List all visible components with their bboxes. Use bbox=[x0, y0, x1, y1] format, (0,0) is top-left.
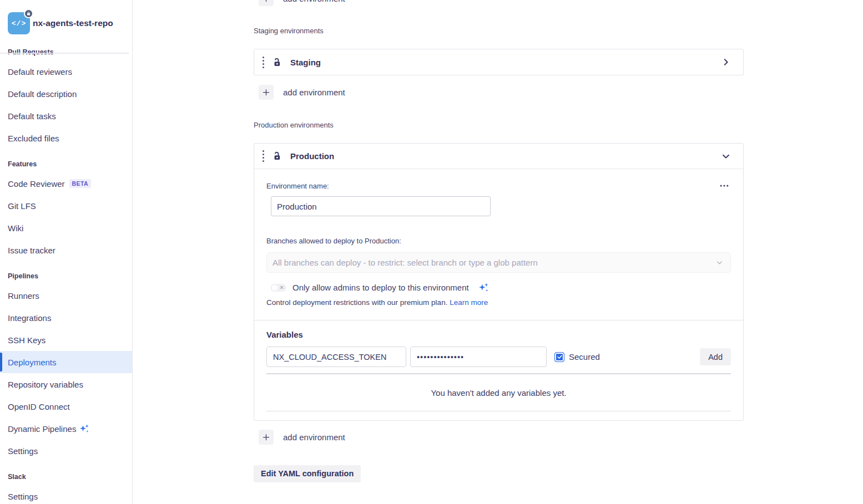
add-environment-button-top[interactable]: add environment bbox=[254, 0, 345, 7]
staging-card-title: Staging bbox=[290, 58, 321, 67]
add-environment-button-production[interactable]: add environment bbox=[254, 429, 345, 446]
variables-empty-text: You haven't added any variables yet. bbox=[266, 388, 731, 398]
sidebar-item-wiki[interactable]: Wiki bbox=[0, 217, 132, 239]
sidebar-section-features: Features bbox=[8, 159, 128, 170]
sidebar-item-openid-connect[interactable]: OpenID Connect bbox=[0, 395, 132, 418]
sidebar-header-divider bbox=[0, 53, 129, 54]
plus-icon bbox=[259, 430, 274, 445]
sidebar-item-excluded-files[interactable]: Excluded files bbox=[0, 127, 132, 149]
admins-only-label: Only allow admins to deploy to this envi… bbox=[292, 283, 469, 292]
branches-allowed-label: Branches allowed to deploy to Production… bbox=[266, 237, 731, 245]
repo-header: </> nx-agents-test-repo bbox=[8, 0, 128, 47]
production-environments-label: Production environments bbox=[254, 121, 744, 129]
toggle-cross-icon: ✕ bbox=[280, 284, 284, 291]
plus-icon bbox=[259, 0, 274, 6]
select-chevron-down-icon bbox=[715, 258, 724, 267]
repo-avatar[interactable]: </> bbox=[8, 12, 30, 34]
sidebar-section-pull-requests: Pull Requests bbox=[8, 47, 128, 58]
environment-name-input[interactable] bbox=[271, 196, 491, 216]
beta-badge: BETA bbox=[69, 179, 91, 188]
sidebar-item-dynamic-pipelines[interactable]: Dynamic Pipelines bbox=[0, 418, 132, 440]
drag-handle-icon[interactable] bbox=[260, 57, 266, 68]
sidebar-item-deployments[interactable]: Deployments bbox=[0, 351, 132, 373]
sidebar-item-default-description[interactable]: Default description bbox=[0, 83, 132, 105]
chevron-right-icon[interactable] bbox=[721, 57, 731, 67]
staging-card-header[interactable]: Staging bbox=[254, 49, 743, 75]
selected-indicator bbox=[0, 353, 2, 371]
clipped-add-environment-row: add environment bbox=[254, 0, 744, 7]
branch-restriction-select[interactable]: All branches can deploy - to restrict: s… bbox=[266, 252, 731, 273]
staging-environment-card: Staging bbox=[254, 49, 744, 75]
production-card-header[interactable]: Production bbox=[254, 144, 743, 169]
branch-select-placeholder: All branches can deploy - to restrict: s… bbox=[272, 258, 715, 267]
sidebar-section-pipelines: Pipelines bbox=[8, 271, 128, 282]
sidebar-item-integrations[interactable]: Integrations bbox=[0, 307, 132, 329]
sidebar-item-issue-tracker[interactable]: Issue tracker bbox=[0, 239, 132, 261]
sidebar-item-git-lfs[interactable]: Git LFS bbox=[0, 195, 132, 217]
production-environment-card: Production Environment name: Branches al… bbox=[254, 143, 744, 421]
premium-sparkle-icon bbox=[478, 282, 489, 293]
settings-sidebar: </> nx-agents-test-repo Pull Requests De… bbox=[0, 0, 133, 504]
repo-name[interactable]: nx-agents-test-repo bbox=[33, 18, 113, 28]
add-variable-button[interactable]: Add bbox=[700, 348, 731, 365]
sidebar-item-slack-settings[interactable]: Settings bbox=[0, 485, 132, 504]
sparkle-icon bbox=[79, 423, 90, 434]
toggle-knob bbox=[271, 284, 278, 291]
more-options-icon[interactable] bbox=[718, 179, 731, 192]
variables-divider-bottom bbox=[266, 411, 731, 411]
staging-environments-label: Staging environments bbox=[254, 27, 744, 35]
unlock-icon bbox=[271, 57, 282, 68]
secured-label: Secured bbox=[569, 352, 600, 362]
chevron-down-icon[interactable] bbox=[721, 151, 731, 161]
plus-icon bbox=[259, 85, 274, 100]
sidebar-item-runners[interactable]: Runners bbox=[0, 284, 132, 307]
drag-handle-icon[interactable] bbox=[260, 150, 266, 162]
sidebar-item-ssh-keys[interactable]: SSH Keys bbox=[0, 329, 132, 351]
sidebar-section-slack: Slack bbox=[8, 471, 128, 482]
variable-name-input[interactable] bbox=[266, 347, 406, 367]
variables-heading: Variables bbox=[266, 330, 731, 339]
admins-only-toggle[interactable]: ✕ bbox=[271, 284, 286, 292]
production-card-title: Production bbox=[290, 151, 334, 161]
secured-checkbox[interactable] bbox=[554, 352, 564, 362]
code-icon: </> bbox=[12, 19, 26, 28]
variables-section: Variables Secured Add You haven't added … bbox=[254, 320, 743, 420]
sidebar-item-default-tasks[interactable]: Default tasks bbox=[0, 105, 132, 127]
sidebar-item-repository-variables[interactable]: Repository variables bbox=[0, 373, 132, 395]
sidebar-item-code-reviewer[interactable]: Code Reviewer BETA bbox=[0, 172, 132, 195]
variable-value-input[interactable] bbox=[410, 347, 547, 367]
premium-plan-text: Control deployment restrictions with our… bbox=[266, 298, 447, 307]
production-card-body: Environment name: Branches allowed to de… bbox=[254, 169, 743, 320]
sidebar-item-default-reviewers[interactable]: Default reviewers bbox=[0, 60, 132, 83]
sidebar-item-pipelines-settings[interactable]: Settings bbox=[0, 440, 132, 462]
private-lock-badge-icon bbox=[24, 9, 33, 18]
deployments-settings-page: </> nx-agents-test-repo Pull Requests De… bbox=[0, 0, 863, 504]
environment-name-label: Environment name: bbox=[266, 182, 329, 190]
edit-yaml-configuration-button[interactable]: Edit YAML configuration bbox=[254, 465, 361, 482]
learn-more-link[interactable]: Learn more bbox=[450, 298, 488, 307]
variables-divider bbox=[266, 373, 731, 374]
unlock-icon bbox=[271, 150, 282, 162]
deployments-main: add environment Staging environments Sta… bbox=[254, 0, 744, 482]
add-environment-button-staging[interactable]: add environment bbox=[254, 83, 345, 101]
